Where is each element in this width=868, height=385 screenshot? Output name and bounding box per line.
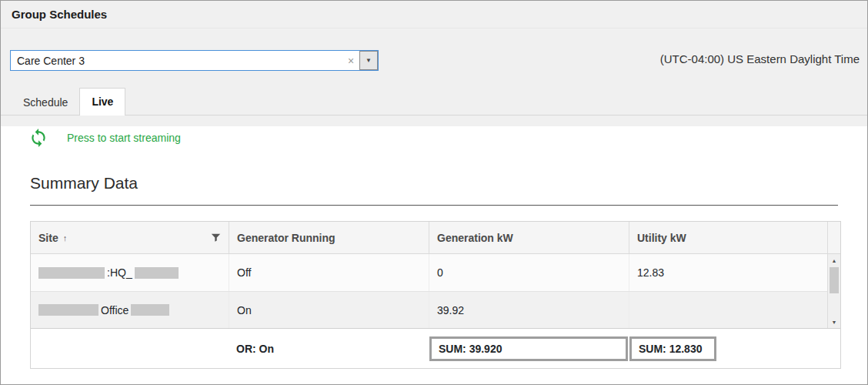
utility-kw-cell: 12.83 <box>629 254 827 291</box>
footer-or-on-cell: OR: On <box>229 329 429 368</box>
vertical-scrollbar[interactable]: ▲ ▼ <box>827 254 840 328</box>
grid-rows: :HQ_ Off 0 12.83 Office On 39.92 <box>31 254 827 328</box>
summary-data-title: Summary Data <box>30 174 867 192</box>
column-header-generation-kw[interactable]: Generation kW <box>429 222 629 253</box>
footer-site-cell <box>31 329 229 368</box>
table-row[interactable]: :HQ_ Off 0 12.83 <box>31 254 827 291</box>
chevron-down-icon: ▼ <box>366 58 372 64</box>
group-combobox[interactable]: × ▼ <box>10 50 379 71</box>
site-cell: Office <box>31 292 229 328</box>
grid-header-row: Site ↑ Generator Running Generation kW U… <box>31 222 840 254</box>
grid-body: :HQ_ Off 0 12.83 Office On 39.92 <box>31 254 840 328</box>
generation-sum-box: SUM: 39.920 <box>429 336 628 361</box>
summary-grid: Site ↑ Generator Running Generation kW U… <box>30 221 841 369</box>
scroll-up-button[interactable]: ▲ <box>828 254 840 266</box>
scrollbar-thumb[interactable] <box>830 267 839 293</box>
generation-kw-cell: 39.92 <box>429 292 629 328</box>
group-combobox-input[interactable] <box>11 51 342 70</box>
group-schedules-window: Group Schedules × ▼ (UTC-04:00) US Easte… <box>0 0 868 385</box>
column-header-site[interactable]: Site ↑ <box>31 222 229 253</box>
start-streaming-label[interactable]: Press to start streaming <box>67 132 181 144</box>
footer-generation-sum-cell: SUM: 39.920 <box>429 329 629 368</box>
table-row[interactable]: Office On 39.92 <box>31 291 827 328</box>
summary-divider <box>30 205 838 206</box>
site-visible-text: :HQ_ <box>107 266 132 279</box>
site-cell: :HQ_ <box>31 254 229 291</box>
redacted-text <box>38 304 98 316</box>
timezone-label: (UTC-04:00) US Eastern Daylight Time <box>660 52 860 65</box>
footer-utility-sum-cell: SUM: 12.830 <box>629 329 840 368</box>
refresh-icon <box>28 128 48 148</box>
column-header-utility-kw[interactable]: Utility kW <box>629 222 827 253</box>
sort-asc-icon: ↑ <box>63 233 68 243</box>
redacted-text <box>38 267 105 279</box>
tab-live[interactable]: Live <box>79 88 125 116</box>
generation-kw-cell: 0 <box>429 254 629 291</box>
page-header: Group Schedules <box>1 1 867 28</box>
dropdown-button[interactable]: ▼ <box>359 51 378 70</box>
redacted-text <box>131 304 169 316</box>
redacted-text <box>135 267 179 279</box>
generator-running-cell: On <box>229 292 429 328</box>
filter-icon[interactable] <box>211 233 221 243</box>
page-title: Group Schedules <box>12 8 107 21</box>
scrollbar-header-spacer <box>827 222 840 253</box>
tab-schedule[interactable]: Schedule <box>12 89 79 116</box>
refresh-button[interactable] <box>28 128 48 148</box>
column-header-site-label: Site <box>38 232 58 244</box>
live-tab-content: Press to start streaming Summary Data Si… <box>1 126 867 385</box>
tabstrip: Schedule Live <box>1 87 867 116</box>
column-header-generator-running[interactable]: Generator Running <box>229 222 429 253</box>
site-visible-text: Office <box>101 304 129 316</box>
utility-kw-cell <box>629 292 827 328</box>
utility-sum-box: SUM: 12.830 <box>629 336 716 361</box>
scroll-down-button[interactable]: ▼ <box>828 316 840 328</box>
toolbar: × ▼ (UTC-04:00) US Eastern Daylight Time <box>1 28 867 87</box>
generator-running-cell: Off <box>229 254 429 291</box>
clear-icon[interactable]: × <box>342 51 359 70</box>
grid-footer-row: OR: On SUM: 39.920 SUM: 12.830 <box>31 328 840 368</box>
stream-controls: Press to start streaming <box>28 126 867 149</box>
